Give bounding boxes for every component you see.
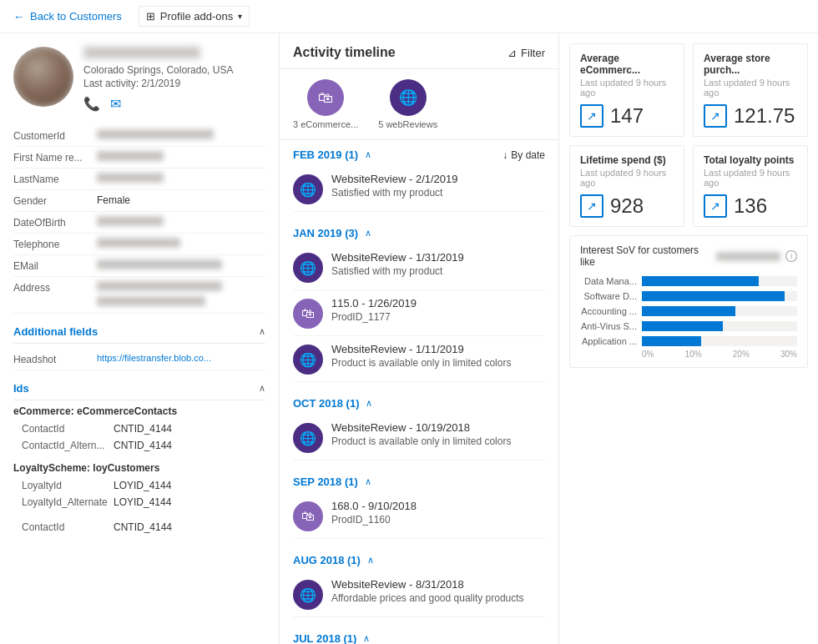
ids-label-contactid: ContactId — [22, 423, 114, 435]
chart-title-blur — [716, 252, 780, 261]
timeline-item-content: WebsiteReview - 2/1/2019 Satisfied with … — [331, 173, 545, 204]
field-label-customerid: CustomerId — [13, 129, 97, 142]
filter-button[interactable]: ⊿ Filter — [507, 47, 545, 59]
email-icon[interactable]: ✉ — [110, 96, 121, 112]
top-nav: ← Back to Customers ⊞ Profile add-ons ▾ — [0, 0, 818, 33]
bar-label-accounting: Accounting ... — [580, 306, 637, 316]
ids-group-contactid-standalone: ContactId CNTID_4144 — [13, 519, 265, 536]
left-panel: Colorado Springs, Colorado, USA Last act… — [0, 33, 280, 644]
field-row-customerid: CustomerId — [13, 125, 265, 147]
timeline-item-content: WebsiteReview - 1/11/2019 Product is ava… — [331, 343, 545, 375]
activity-title: Activity timeline — [293, 45, 396, 60]
bar-chart: Data Mana... Software D... Accounting ..… — [580, 276, 797, 346]
ids-group-title-loyalty: LoyaltyScheme: loyCustomers — [13, 462, 265, 474]
additional-fields-chevron: ∧ — [259, 326, 265, 337]
bar-fill-antivirus — [642, 321, 723, 331]
back-link[interactable]: ← Back to Customers — [13, 10, 122, 23]
timeline-item-desc: Satisfied with my product — [331, 187, 545, 199]
ids-field-loyaltyid-alt: LoyaltyId_Alternate LOYID_4144 — [13, 494, 265, 511]
timeline-icon-bag-sep: 🛍 — [293, 501, 323, 531]
ids-section-header[interactable]: Ids ∧ — [13, 374, 265, 400]
metric-value-row-lifetime: ↗ 928 — [580, 194, 674, 218]
metric-value-loyalty: 136 — [734, 194, 767, 218]
metric-card-avg-store: Average store purch... Last updated 9 ho… — [693, 43, 808, 137]
timeline-item-content: WebsiteReview - 1/31/2019 Satisfied with… — [331, 251, 545, 283]
timeline-group-label-aug2018: AUG 2018 (1) — [293, 554, 361, 566]
avatar — [13, 47, 73, 107]
profile-name — [83, 47, 265, 61]
ids-label-loyaltyid: LoyaltyId — [22, 480, 114, 491]
field-label-dob: DateOfBirth — [13, 216, 97, 229]
timeline-item-title: 115.0 - 1/26/2019 — [331, 297, 545, 309]
chart-x-label-30: 30% — [780, 350, 797, 359]
ecommerce-label: 3 eCommerce... — [293, 119, 358, 129]
profile-addons-icon: ⊞ — [146, 10, 155, 23]
ids-group-loyalty: LoyaltyScheme: loyCustomers LoyaltyId LO… — [13, 462, 265, 511]
metric-label-avg-ecommerce: Average eCommerc... — [580, 53, 674, 76]
timeline-group-header-jul2018[interactable]: JUL 2018 (1) ∧ — [293, 624, 545, 644]
timeline-group-header-oct2018[interactable]: OCT 2018 (1) ∧ — [293, 389, 545, 415]
field-row-headshot: Headshot https://filestransfer.blob.co..… — [13, 349, 265, 370]
ecommerce-circle: 🛍 — [307, 79, 344, 116]
timeline-item-content: WebsiteReview - 8/31/2018 Affordable pri… — [331, 578, 545, 610]
bar-container-accounting — [642, 306, 797, 316]
metric-value-avg-store: 121.75 — [734, 104, 795, 128]
webreviews-label: 5 webReviews — [378, 119, 437, 129]
timeline-group-oct2018: OCT 2018 (1) ∧ 🌐 WebsiteReview - 10/19/2… — [293, 389, 545, 460]
metric-value-row-loyalty: ↗ 136 — [704, 194, 797, 218]
field-value-lastname — [97, 173, 265, 185]
timeline-group-header-sep2018[interactable]: SEP 2018 (1) ∧ — [293, 467, 545, 493]
timeline-icon-globe-jan3: 🌐 — [293, 345, 323, 375]
ids-group-title-ecommerce: eCommerce: eCommerceContacts — [13, 405, 265, 417]
phone-icon[interactable]: 📞 — [83, 96, 100, 112]
additional-fields-section: Headshot https://filestransfer.blob.co..… — [13, 349, 265, 370]
field-value-customerid — [97, 129, 265, 142]
profile-addons-button[interactable]: ⊞ Profile add-ons ▾ — [139, 6, 250, 27]
field-row-firstname: First Name re... — [13, 147, 265, 169]
profile-header: Colorado Springs, Colorado, USA Last act… — [13, 47, 265, 112]
timeline-group-label-oct2018: OCT 2018 (1) — [293, 397, 359, 410]
timeline-group-header-aug2018[interactable]: AUG 2018 (1) ∧ — [293, 546, 545, 571]
ids-section-chevron: ∧ — [259, 383, 265, 394]
field-row-lastname: LastName — [13, 169, 265, 190]
timeline-item-title: 168.0 - 9/10/2018 — [331, 500, 545, 512]
timeline-item-desc: Affordable prices and good quality produ… — [331, 592, 545, 604]
timeline-icon-globe-aug: 🌐 — [293, 580, 323, 610]
metric-label-lifetime: Lifetime spend ($) — [580, 154, 674, 166]
sort-down-icon: ↓ — [502, 149, 507, 161]
timeline-group-label-jul2018: JUL 2018 (1) — [293, 632, 356, 644]
jan2019-chevron: ∧ — [365, 228, 371, 239]
fields-section: CustomerId First Name re... LastName — [13, 125, 265, 314]
additional-fields-title: Additional fields — [13, 325, 98, 338]
webreviews-circle: 🌐 — [390, 79, 427, 116]
sort-button[interactable]: ↓ By date — [502, 149, 545, 161]
timeline-item: 🌐 WebsiteReview - 2/1/2019 Satisfied wit… — [293, 166, 545, 212]
timeline-item: 🌐 WebsiteReview - 8/31/2018 Affordable p… — [293, 571, 545, 617]
chart-x-label-20: 20% — [733, 350, 750, 359]
field-label-email: EMail — [13, 259, 97, 272]
timeline-group-header-jan2019[interactable]: JAN 2019 (3) ∧ — [293, 219, 545, 244]
timeline-icon-globe-oct: 🌐 — [293, 423, 323, 453]
metric-cards-row-1: Average eCommerc... Last updated 9 hours… — [569, 43, 808, 137]
field-label-telephone: Telephone — [13, 238, 97, 250]
info-icon[interactable]: i — [785, 250, 797, 262]
app-container: ← Back to Customers ⊞ Profile add-ons ▾ — [0, 0, 818, 644]
bar-fill-accounting — [642, 306, 735, 316]
metric-trend-icon-store: ↗ — [704, 104, 727, 128]
field-value-dob — [97, 216, 265, 229]
additional-fields-header[interactable]: Additional fields ∧ — [13, 317, 265, 344]
ids-field-loyaltyid: LoyaltyId LOYID_4144 — [13, 477, 265, 494]
field-value-firstname — [97, 151, 265, 164]
back-arrow-icon: ← — [13, 10, 25, 23]
timeline-group-sep2018: SEP 2018 (1) ∧ 🛍 168.0 - 9/10/2018 ProdI… — [293, 467, 545, 539]
ids-group-ecommerce: eCommerce: eCommerceContacts ContactId C… — [13, 405, 265, 454]
bar-label-antivirus: Anti-Virus S... — [580, 321, 637, 331]
bar-row-softwared: Software D... — [580, 291, 797, 301]
timeline-group-header-feb2019[interactable]: FEB 2019 (1) ∧ ↓ By date — [293, 140, 545, 166]
timeline-item: 🌐 WebsiteReview - 1/31/2019 Satisfied wi… — [293, 244, 545, 290]
aug2018-chevron: ∧ — [367, 555, 374, 566]
metric-value-row-avg-ecommerce: ↗ 147 — [580, 104, 674, 128]
timeline-item-title: WebsiteReview - 1/11/2019 — [331, 343, 545, 355]
ids-field-contactid-2: ContactId CNTID_4144 — [13, 519, 265, 536]
ids-field-contactid: ContactId CNTID_4144 — [13, 420, 265, 437]
